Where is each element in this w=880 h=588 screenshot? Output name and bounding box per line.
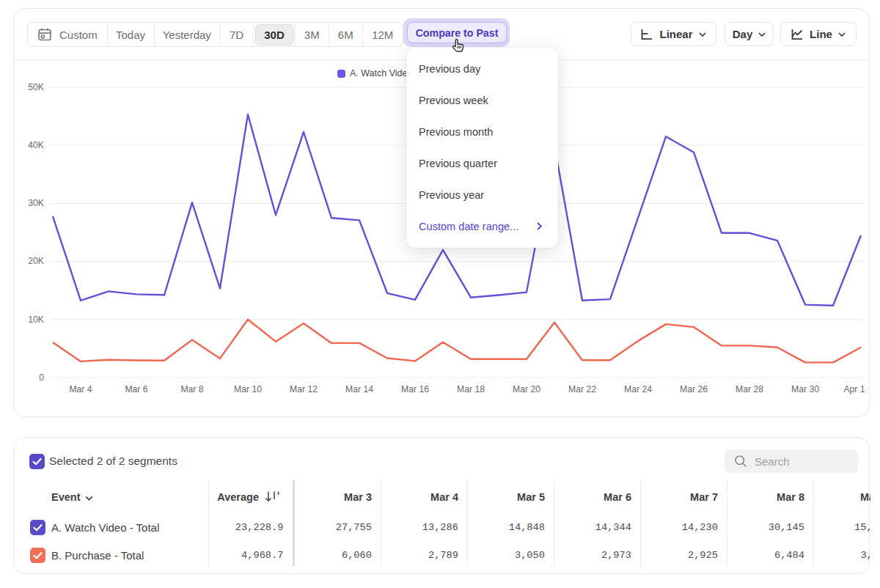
svg-text:30K: 30K: [28, 198, 44, 208]
svg-text:0: 0: [39, 372, 44, 383]
svg-text:Mar 24: Mar 24: [624, 384, 652, 394]
svg-text:Mar 26: Mar 26: [680, 384, 708, 394]
svg-text:Mar 16: Mar 16: [401, 384, 429, 394]
svg-text:Apr 1: Apr 1: [843, 384, 865, 394]
svg-text:10K: 10K: [28, 315, 44, 325]
svg-text:Mar 4: Mar 4: [69, 384, 92, 394]
svg-text:Mar 22: Mar 22: [568, 384, 596, 394]
svg-text:Mar 14: Mar 14: [345, 384, 373, 394]
svg-text:Mar 30: Mar 30: [791, 384, 819, 394]
svg-text:Mar 20: Mar 20: [513, 384, 540, 394]
svg-text:20K: 20K: [28, 256, 44, 266]
svg-text:Mar 28: Mar 28: [736, 384, 763, 394]
svg-text:50K: 50K: [28, 82, 44, 92]
svg-text:Mar 12: Mar 12: [290, 384, 318, 394]
svg-text:40K: 40K: [28, 140, 44, 150]
svg-text:Mar 6: Mar 6: [125, 384, 147, 394]
svg-text:Mar 18: Mar 18: [457, 384, 485, 394]
svg-text:Mar 8: Mar 8: [180, 384, 203, 394]
svg-text:Mar 10: Mar 10: [234, 384, 262, 394]
